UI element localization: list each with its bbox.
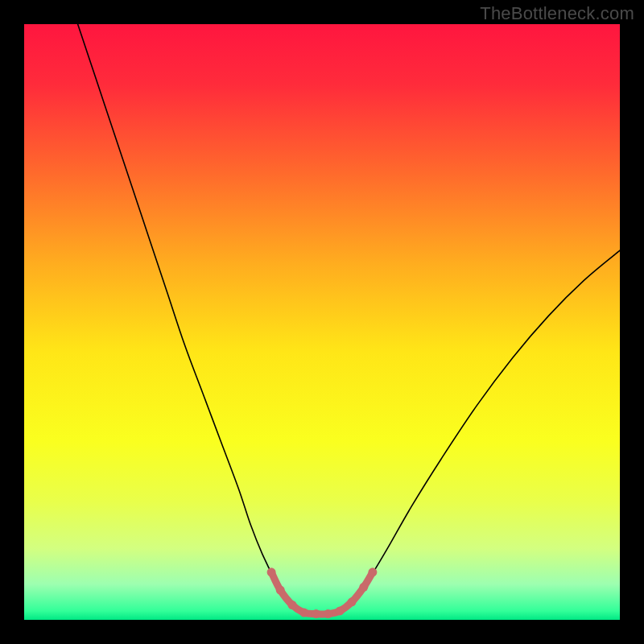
- plot-area: [24, 24, 620, 620]
- series-marker: [359, 583, 368, 592]
- series-marker: [348, 597, 357, 606]
- series-marker: [288, 601, 297, 609]
- gradient-background: [24, 24, 620, 620]
- series-marker: [276, 586, 285, 595]
- chart-frame: TheBottleneck.com: [0, 0, 644, 644]
- watermark-text: TheBottleneck.com: [480, 3, 634, 24]
- series-marker: [267, 568, 276, 576]
- series-marker: [299, 609, 308, 617]
- series-marker: [312, 609, 320, 618]
- plot-svg: [24, 24, 620, 620]
- series-marker: [336, 606, 345, 615]
- series-marker: [324, 609, 332, 618]
- series-marker: [368, 568, 377, 576]
